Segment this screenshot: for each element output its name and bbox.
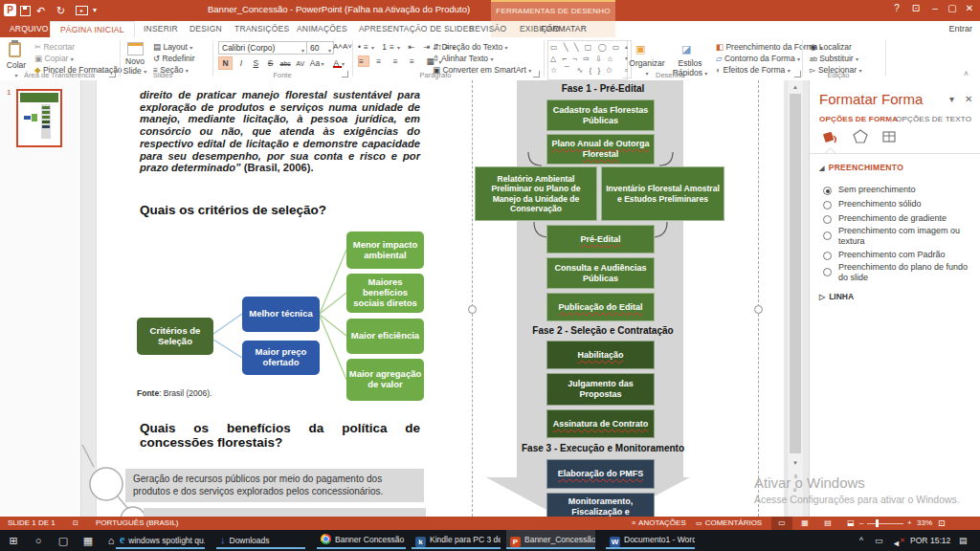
taskbar-app-powerpoint[interactable]: PBanner_Concessão - ... [506,530,595,549]
zoom-out-button[interactable]: – [859,517,863,530]
grow-font-icon[interactable]: A˄A˅ [333,42,352,51]
keyboard-language-indicator[interactable]: POR [910,530,927,551]
italic-button[interactable]: I [234,57,247,69]
tab-opcoes-de-forma[interactable]: OPÇÕES DE FORMA [819,115,898,123]
shapes-gallery[interactable]: ▭ ╲ ╲ ▢ ◯ ▭ △ ⌐ ¬ ⇨ ⇩ ⌂ ☆ ⌒ ∿ { } ✩ [547,40,628,80]
collapse-ribbon-button[interactable]: ˄ [964,69,969,78]
clock[interactable]: 15:12 [930,530,950,551]
benefit-item-partial[interactable] [144,508,426,517]
help-button[interactable]: ? [888,3,905,13]
font-family-combo[interactable]: Calibri (Corpo)▾ [218,41,307,55]
sign-in-link[interactable]: Entrar [948,21,972,37]
pane-menu-icon[interactable]: ▾ [949,94,954,104]
task-view-button[interactable]: ▢ [52,530,75,551]
minimize-button[interactable]: – [926,3,944,13]
drawing-dialog-launcher[interactable] [794,71,801,77]
zoom-slider-track[interactable] [867,523,903,524]
taskbar-app-word[interactable]: WDocumento1 - Word ... [606,530,695,549]
option-label[interactable]: Preenchimento com Padrão [838,250,974,260]
taskbar-app-kindle[interactable]: kKindle para PC 3 de ... [412,530,501,549]
flow-box[interactable]: Relatório Ambiental Preliminar ou Plano … [475,166,597,221]
restore-button[interactable]: ▢ [944,3,961,13]
fill-section-header[interactable]: ◢PREENCHIMENTO [819,163,903,172]
flow-box[interactable]: Habilitação [546,341,655,369]
flow-box[interactable]: Publicação do Edital [546,293,655,321]
flow-box[interactable]: Monitoramento, Fiscalização e Auditorias [546,493,655,517]
normal-view-button[interactable]: ▭ [771,517,792,530]
bold-button[interactable]: N [218,56,233,70]
fit-slide-to-window-button[interactable]: ⊡ [938,517,946,530]
clear-formatting-icon[interactable]: abc [279,59,292,68]
calculator-app-button[interactable]: ▦ [77,530,100,551]
taskbar-app-chrome[interactable]: Banner Concessão Fl... [317,530,406,549]
align-right-button[interactable]: ≡ [393,56,403,66]
radio-preenchimento-padrao[interactable] [823,252,832,260]
scroll-down-icon[interactable]: ▼ [789,457,802,469]
tab-opcoes-de-texto[interactable]: OPÇÕES DE TEXTO [896,115,971,123]
font-dialog-launcher[interactable] [342,71,348,77]
clipboard-dialog-launcher[interactable] [109,71,116,77]
radio-sem-preenchimento[interactable] [823,187,832,195]
align-left-button[interactable]: ≡ [358,55,369,67]
change-case-button[interactable]: Aa [309,57,322,69]
justify-button[interactable]: ≡ [410,56,419,66]
text-direction-button[interactable]: ⇵ Direção do Texto ▾ [433,42,508,52]
option-label[interactable]: Preenchimento do plano de fundo do slide [838,262,974,283]
find-button[interactable]: ◉ Localizar [810,42,852,52]
paragraph-dialog-launcher[interactable] [533,71,540,77]
close-button[interactable]: ✕ [961,3,978,13]
comments-button[interactable]: ▭COMENTÁRIOS [696,517,762,530]
diagram-leaf-box[interactable]: Maior eficiência [346,319,424,354]
radio-preenchimento-gradiente[interactable] [823,215,832,224]
replace-button[interactable]: ab Substituir ▾ [810,54,858,63]
selection-handle[interactable] [754,305,763,314]
reading-view-button[interactable]: ▤ [817,517,838,530]
copy-button[interactable]: ▣ Copiar ▾ [34,54,74,63]
flow-box[interactable]: Cadastro das Florestas Públicas [546,99,655,131]
zoom-slider-thumb[interactable] [876,519,879,527]
radio-preenchimento-imagem[interactable] [823,231,832,240]
redo-button[interactable]: ↻ [56,3,65,18]
benefit-item[interactable]: Geração de recursos públicos por meio do… [125,469,424,502]
shape-effects-button[interactable]: ◐ Efeitos de Forma ▾ [716,65,791,75]
zoom-in-button[interactable]: + [907,517,912,530]
next-slide-button[interactable]: « [789,484,802,496]
start-button[interactable]: ⊞ [2,530,25,551]
qat-customize-button[interactable]: ▾ [93,3,97,18]
flow-box[interactable]: Plano Anual de Outorga Florestal [546,134,655,165]
shape-fill-button[interactable]: ◧ Preenchimento da Forma ▾ [716,42,823,52]
underline-button[interactable]: S [250,57,262,69]
effects-icon[interactable] [852,128,869,144]
slide-1-thumbnail[interactable] [16,89,62,147]
diagram-leaf-box[interactable]: Maior agregação de valor [346,359,424,401]
cortana-search-button[interactable]: ○ [27,530,50,551]
option-label[interactable]: Preenchimento sólido [838,199,974,209]
tab-design[interactable]: DESIGN [180,21,232,37]
diagram-mid-box[interactable]: Maior preço ofertado [242,341,320,375]
option-label[interactable]: Sem preenchimento [838,185,974,195]
flow-box[interactable]: Pré-Edital [546,225,655,253]
flow-box[interactable]: Inventário Florestal Amostral e Estudos … [601,166,724,221]
save-icon[interactable] [20,6,31,16]
criteria-question-heading[interactable]: Quais os critérios de seleção? [140,203,326,217]
scroll-up-icon[interactable]: ▲ [789,81,802,93]
numbering-button[interactable]: 1≡ [382,42,397,52]
fill-and-line-icon[interactable] [821,128,838,144]
layout-button[interactable]: ▤ Layout ▾ [153,42,192,52]
tab-revisao[interactable]: REVISÃO [459,21,516,37]
taskbar-app-downloads[interactable]: ↓Downloads [216,530,305,549]
bullets-button[interactable]: •≡ [358,42,371,52]
flow-box[interactable]: Julgamento das Propostas [546,373,655,406]
selection-handle[interactable] [468,305,477,314]
hidden-icons-button[interactable]: ^ [859,530,863,551]
language-indicator[interactable]: PORTUGUÊS (BRASIL) [96,517,179,530]
scrollbar-thumb[interactable] [790,94,801,453]
slideshow-view-button[interactable]: ⬓ [840,517,861,530]
slide-quote-text[interactable]: direito de praticar manejo florestal sus… [140,89,420,174]
undo-button[interactable]: ↶ [36,3,45,18]
taskbar-app-edge[interactable]: ewindows spotlight qu... [116,530,205,549]
character-spacing-button[interactable]: AV [294,59,306,68]
diagram-leaf-box[interactable]: Menor impacto ambiental [346,231,424,269]
zoom-level[interactable]: 33% [917,517,932,530]
strikethrough-button[interactable]: S [264,57,277,69]
